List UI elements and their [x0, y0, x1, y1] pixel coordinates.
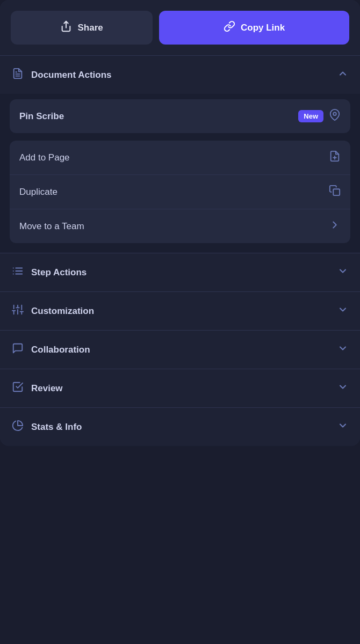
share-icon — [60, 20, 72, 35]
review-title: Review — [31, 383, 63, 394]
stats-info-header[interactable]: Stats & Info — [0, 408, 360, 446]
stats-info-left: Stats & Info — [12, 420, 82, 434]
step-actions-icon — [12, 265, 24, 280]
customization-icon — [12, 304, 24, 318]
collaboration-left: Collaboration — [12, 342, 90, 357]
review-header[interactable]: Review — [0, 369, 360, 407]
svg-point-3 — [333, 112, 336, 115]
move-to-team-label: Move to a Team — [19, 221, 84, 232]
review-left: Review — [12, 381, 63, 396]
action-list: Add to Page Duplicate — [10, 141, 350, 243]
duplicate-item[interactable]: Duplicate — [10, 175, 350, 209]
document-actions-content: Pin Scribe New Add to Page — [0, 94, 360, 253]
top-bar: Share Copy Link — [0, 0, 360, 55]
pin-scribe-right: New — [298, 109, 341, 123]
collaboration-chevron — [337, 343, 348, 356]
customization-title: Customization — [31, 306, 94, 317]
step-actions-title: Step Actions — [31, 267, 87, 278]
collaboration-icon — [12, 342, 24, 357]
document-actions-left: Document Actions — [12, 68, 112, 82]
duplicate-icon — [329, 185, 341, 199]
chevron-up-icon — [337, 68, 348, 82]
review-icon — [12, 381, 24, 396]
step-actions-left: Step Actions — [12, 265, 87, 280]
move-to-team-item[interactable]: Move to a Team — [10, 209, 350, 243]
stats-info-title: Stats & Info — [31, 422, 82, 433]
document-actions-header[interactable]: Document Actions — [0, 56, 360, 94]
customization-header[interactable]: Customization — [0, 292, 360, 330]
collaboration-title: Collaboration — [31, 345, 90, 355]
stats-icon — [12, 420, 24, 434]
link-icon — [224, 20, 235, 35]
step-actions-header[interactable]: Step Actions — [0, 253, 360, 291]
pin-icon — [329, 109, 341, 123]
customization-chevron — [337, 304, 348, 318]
pin-scribe-item[interactable]: Pin Scribe New — [10, 99, 350, 133]
pin-scribe-label: Pin Scribe — [19, 111, 64, 122]
add-page-icon — [329, 150, 341, 165]
add-to-page-item[interactable]: Add to Page — [10, 141, 350, 175]
duplicate-label: Duplicate — [19, 187, 57, 197]
copy-link-button[interactable]: Copy Link — [159, 11, 349, 45]
move-icon — [329, 219, 341, 233]
svg-rect-6 — [333, 189, 340, 195]
add-to-page-label: Add to Page — [19, 152, 70, 163]
customization-left: Customization — [12, 304, 94, 318]
step-actions-chevron — [337, 266, 348, 279]
collaboration-header[interactable]: Collaboration — [0, 331, 360, 369]
document-icon — [12, 68, 24, 82]
share-label: Share — [77, 23, 103, 33]
new-badge: New — [298, 110, 323, 122]
share-button[interactable]: Share — [11, 11, 153, 45]
copy-link-label: Copy Link — [241, 23, 285, 33]
document-actions-title: Document Actions — [31, 70, 112, 80]
review-chevron — [337, 382, 348, 395]
stats-info-chevron — [337, 420, 348, 434]
